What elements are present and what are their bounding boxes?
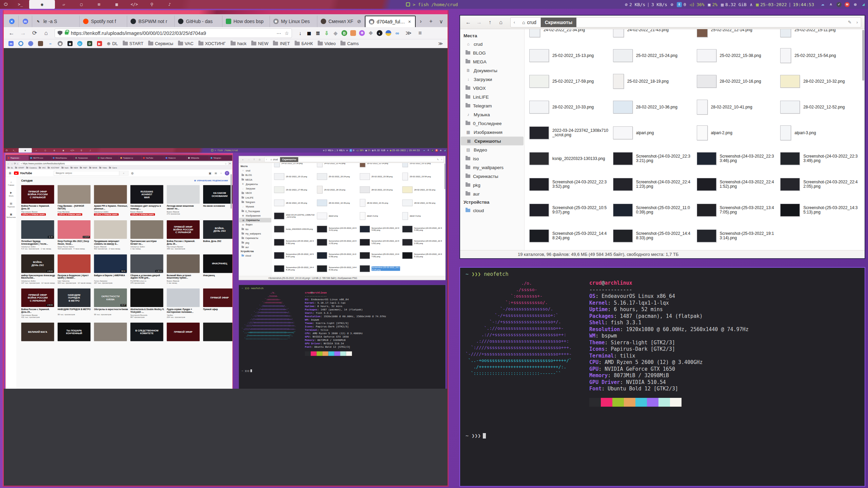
bookmark-NEW[interactable]: NEW bbox=[251, 41, 268, 46]
tab-сменил-xf[interactable]: Сменил XF⊘ bbox=[317, 16, 365, 27]
d-bookmark-icon[interactable]: D bbox=[87, 41, 92, 46]
file-item[interactable]: 24-02-2022_21-34.png bbox=[528, 29, 612, 43]
stack-bookmark-icon[interactable]: ◆ bbox=[67, 41, 73, 46]
bookmarks-overflow-icon[interactable]: ≫ bbox=[438, 41, 443, 46]
sidebar-item-VBOX[interactable]: VBOX bbox=[239, 191, 272, 195]
video-thumbnail[interactable]: 11:32 bbox=[21, 220, 54, 239]
workspace-code[interactable]: </> bbox=[68, 148, 77, 152]
sidebar-item-Скриншоты[interactable]: ▣Скриншоты bbox=[239, 218, 271, 222]
video-thumbnail[interactable]: НА КАКОМ ОСНОВАНИИ bbox=[203, 185, 233, 204]
workspace-grid[interactable]: ⊞ bbox=[90, 0, 108, 9]
url-text[interactable]: https://tenkoff.ru/uploads/images/00/00/… bbox=[71, 30, 274, 36]
file-item[interactable]: 25-02-2022_18-19.png bbox=[612, 68, 695, 94]
video-thumbnail[interactable] bbox=[94, 185, 127, 204]
file-item[interactable]: 25-02-2022_15-38.png bbox=[359, 170, 402, 183]
tab-scroll-right-button[interactable]: › bbox=[416, 16, 426, 27]
video-card[interactable] bbox=[94, 323, 128, 341]
file-item[interactable]: 28-02-2022_10-33.png bbox=[274, 196, 316, 209]
video-thumbnail[interactable] bbox=[130, 220, 163, 239]
inner-bookmark[interactable]: ХОСТИНГ bbox=[47, 167, 59, 169]
tab-close-icon[interactable]: × bbox=[408, 19, 412, 24]
video-thumbnail[interactable]: ВОЙНА. ДЕНЬ 29/21:09:04 bbox=[21, 255, 54, 273]
mastodon-bookmark-icon[interactable]: m bbox=[8, 41, 14, 46]
fm-back-button[interactable]: ← bbox=[463, 19, 473, 25]
video-thumbnail[interactable]: В СЛЕДСТВЕННОМ КОМИТЕТЕ bbox=[130, 323, 163, 341]
sidebar-item-Музыка[interactable]: ♪Музыка bbox=[239, 204, 272, 209]
workspace-terminal[interactable]: >_ bbox=[9, 148, 19, 152]
video-card[interactable]: ПРЯМОЙ ЭФИР ВОЙНА РОССИИ С УКРАИНОЙВойна… bbox=[167, 220, 201, 250]
file-item[interactable]: Screenshot-(25-03-2022_14:35:13).png bbox=[402, 249, 445, 262]
fm-home-button[interactable]: ⌂ bbox=[496, 19, 506, 25]
sidebar-item-Скринкасты[interactable]: Скринкасты bbox=[460, 172, 524, 181]
sidebar-item-Telegram[interactable]: Telegram bbox=[239, 200, 272, 204]
file-item[interactable]: Screenshot-(24-03-2022_22:33:49).png bbox=[402, 223, 445, 236]
video-card[interactable]: ПРЯМОЙ ЭФИР ВОЙНА РОССИИ С УКРАИНОЙВойна… bbox=[21, 185, 55, 216]
workspace-firefox-active[interactable]: ◉ bbox=[29, 0, 55, 9]
file-item[interactable]: 25-02-2022_15-13.png bbox=[528, 43, 612, 68]
tab-my-linux-des[interactable]: ✱My Linux Des bbox=[270, 16, 317, 27]
file-item[interactable]: Screenshot-(24-03-2022_22:41:23).png bbox=[612, 171, 695, 197]
youtube-search-input[interactable] bbox=[54, 172, 119, 175]
tab-muted-icon[interactable]: ⊘ bbox=[357, 19, 361, 24]
video-card[interactable] bbox=[203, 323, 233, 341]
fm-scrollbar[interactable] bbox=[444, 163, 445, 189]
file-item[interactable]: 28-02-2022_10-41.png bbox=[695, 94, 779, 120]
chevron-up-icon[interactable]: ∧ bbox=[750, 2, 753, 7]
video-card[interactable]: ПРЯМОЙ ЭФИРПрямой эфир bbox=[203, 288, 233, 318]
video-card[interactable]: RUSSIANS AGAINST WARОксимирон даёт конце… bbox=[130, 185, 164, 216]
video-thumbnail[interactable] bbox=[58, 255, 91, 273]
mega-tray-icon[interactable]: M bbox=[845, 2, 850, 7]
forward-icon[interactable]: → bbox=[11, 162, 13, 165]
file-item[interactable]: 25-02-2022_17-59.png bbox=[274, 183, 316, 196]
tab-github-das[interactable]: GitHub - das bbox=[175, 16, 222, 27]
youtube-logo[interactable]: ▶YouTube bbox=[14, 171, 32, 175]
file-item[interactable]: ksnip_20220323-130133.png bbox=[274, 223, 316, 236]
video-card[interactable]: Армия РФ в Украине. Пленные, раненые...V… bbox=[94, 185, 128, 216]
manage-subscriptions-button[interactable]: ⊞УПРАВЛЕНИЕ ПОДПИСКАМИ bbox=[194, 179, 228, 182]
path-segment-Скриншоты[interactable]: Скриншоты bbox=[280, 157, 298, 162]
inner-tab[interactable]: Минобороны bbox=[52, 156, 74, 160]
file-item[interactable]: Screenshot-(24-03-2022_22:41:52).png bbox=[695, 171, 779, 197]
sidebar-item-MEGA[interactable]: MEGA bbox=[460, 57, 524, 66]
rail-item-Shorts[interactable]: ▶Shorts bbox=[6, 189, 17, 199]
video-thumbnail[interactable]: ОКРЕСТНОСТИ КИЕВА22:27 bbox=[94, 288, 127, 307]
video-thumbnail[interactable]: ВОЙНА. ДЕНЬ 29/2 bbox=[203, 220, 233, 239]
fm-back-button[interactable]: ← bbox=[240, 158, 245, 161]
shield-check-tray-icon[interactable]: ✓ bbox=[836, 2, 842, 7]
fm-forward-button[interactable]: → bbox=[246, 158, 251, 161]
home-icon[interactable]: ⌂ bbox=[17, 162, 18, 165]
file-item[interactable]: 25-02-2022_15-38.png bbox=[695, 43, 779, 68]
workspace-firefox-active[interactable]: ◉ bbox=[19, 148, 32, 152]
cloud-tray-icon[interactable]: ☁ bbox=[423, 149, 426, 152]
inner-bookmark[interactable]: Video bbox=[99, 167, 107, 169]
video-card[interactable]: ПРЯМОЙ ЭФИР ВОЙНА РОССИИ С УКРАИНОЙ1:59:… bbox=[21, 288, 55, 318]
sidebar-item-pkg[interactable]: pkg bbox=[239, 240, 272, 245]
file-item[interactable]: 24-02-2022_21-43.png bbox=[612, 29, 695, 43]
trash-icon[interactable]: ▮ bbox=[350, 30, 356, 36]
bookmark-ХОСТИНГ[interactable]: ХОСТИНГ bbox=[198, 41, 226, 46]
video-card[interactable]: ИНАСРАНЕЦИнасранец bbox=[203, 255, 233, 284]
cloud-tray-icon[interactable]: ☁ bbox=[820, 2, 825, 7]
workspace-image[interactable]: ▦ bbox=[59, 148, 68, 152]
video-download-icon[interactable]: ⇩ bbox=[324, 30, 330, 36]
file-item[interactable]: 28-02-2022_10-32.png bbox=[402, 183, 445, 196]
home-button[interactable]: ⌂ bbox=[41, 30, 51, 37]
download-icon[interactable]: ↓ bbox=[297, 30, 303, 36]
link-bookmark-icon[interactable]: ∞ bbox=[48, 41, 53, 46]
file-item[interactable]: 28-02-2022_10-16.png bbox=[695, 68, 779, 94]
sidebar-item-LinLIFE[interactable]: LinLIFE bbox=[239, 195, 272, 200]
sidebar-item-my_wallpapers[interactable]: my_wallpapers bbox=[460, 163, 524, 172]
telegram-bookmark-icon[interactable]: ▷ bbox=[77, 41, 82, 46]
path-expand-icon[interactable]: › bbox=[853, 20, 861, 25]
inner-url-bar[interactable]: ▪https://www.youtube.com/feed/subscripti… bbox=[19, 162, 229, 165]
workspace-files[interactable]: ▱ bbox=[55, 0, 73, 9]
sidebar-item-Изображения[interactable]: ▦Изображения bbox=[239, 214, 272, 218]
video-thumbnail[interactable] bbox=[130, 288, 163, 307]
new-tab-button[interactable]: + bbox=[426, 16, 436, 27]
file-item[interactable]: 28-02-2022_10-36.png bbox=[612, 94, 695, 120]
file-item[interactable]: 24-02-2022_21-34.png bbox=[274, 163, 316, 170]
file-item[interactable]: Screenshot-(25-03-2022_13:47:05).png bbox=[359, 249, 402, 262]
video-thumbnail[interactable]: ТЫ ЛОШАРА КОНЧЕННЫЙ bbox=[58, 323, 91, 341]
viewed-image[interactable]: ⏻>_◉▱▢⊞▦</>⚲♪> fish /home/crud⊘2 KB/s|3 … bbox=[4, 148, 447, 389]
sidebar-item-VBOX[interactable]: VBOX bbox=[460, 84, 524, 93]
